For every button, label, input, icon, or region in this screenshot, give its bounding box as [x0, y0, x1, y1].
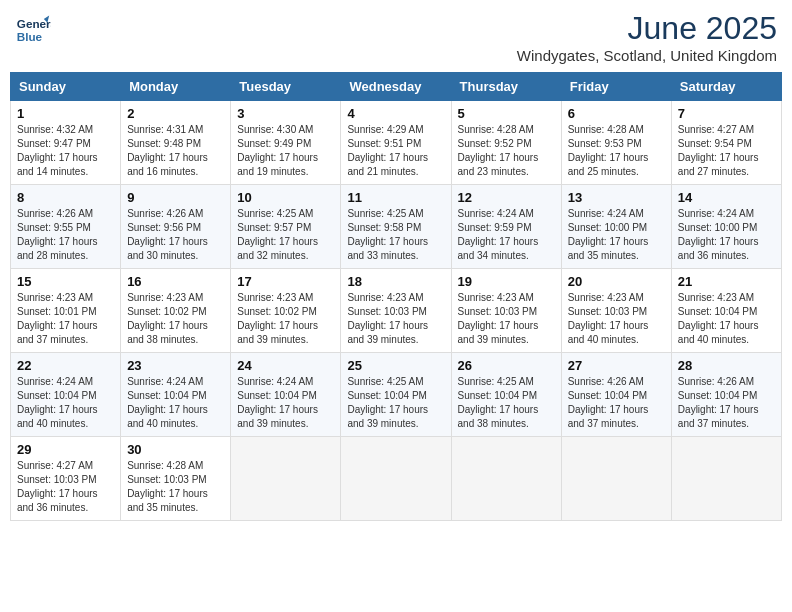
calendar-day-cell: 23 Sunrise: 4:24 AM Sunset: 10:04 PM Day…	[121, 353, 231, 437]
sunrise-label: Sunrise: 4:27 AM	[678, 124, 754, 135]
calendar-day-cell: 9 Sunrise: 4:26 AM Sunset: 9:56 PM Dayli…	[121, 185, 231, 269]
calendar-day-cell: 26 Sunrise: 4:25 AM Sunset: 10:04 PM Day…	[451, 353, 561, 437]
weekday-header: Friday	[561, 73, 671, 101]
sunrise-label: Sunrise: 4:30 AM	[237, 124, 313, 135]
calendar-table: SundayMondayTuesdayWednesdayThursdayFrid…	[10, 72, 782, 521]
sunset-label: Sunset: 9:54 PM	[678, 138, 752, 149]
sunset-label: Sunset: 9:47 PM	[17, 138, 91, 149]
sunset-label: Sunset: 10:03 PM	[568, 306, 648, 317]
day-number: 19	[458, 274, 555, 289]
daylight-label: Daylight: 17 hours and 39 minutes.	[347, 404, 428, 429]
day-number: 27	[568, 358, 665, 373]
sunrise-label: Sunrise: 4:27 AM	[17, 460, 93, 471]
day-number: 15	[17, 274, 114, 289]
calendar-day-cell: 1 Sunrise: 4:32 AM Sunset: 9:47 PM Dayli…	[11, 101, 121, 185]
calendar-day-cell: 14 Sunrise: 4:24 AM Sunset: 10:00 PM Day…	[671, 185, 781, 269]
sunset-label: Sunset: 9:56 PM	[127, 222, 201, 233]
daylight-label: Daylight: 17 hours and 39 minutes.	[237, 404, 318, 429]
daylight-label: Daylight: 17 hours and 39 minutes.	[237, 320, 318, 345]
sunrise-label: Sunrise: 4:29 AM	[347, 124, 423, 135]
calendar-day-cell: 21 Sunrise: 4:23 AM Sunset: 10:04 PM Day…	[671, 269, 781, 353]
day-info: Sunrise: 4:24 AM Sunset: 10:04 PM Daylig…	[237, 375, 334, 431]
daylight-label: Daylight: 17 hours and 23 minutes.	[458, 152, 539, 177]
sunset-label: Sunset: 10:03 PM	[127, 474, 207, 485]
logo-icon: General Blue	[15, 10, 51, 46]
sunrise-label: Sunrise: 4:26 AM	[568, 376, 644, 387]
day-number: 13	[568, 190, 665, 205]
sunset-label: Sunset: 9:57 PM	[237, 222, 311, 233]
sunset-label: Sunset: 9:58 PM	[347, 222, 421, 233]
day-info: Sunrise: 4:32 AM Sunset: 9:47 PM Dayligh…	[17, 123, 114, 179]
title-area: June 2025 Windygates, Scotland, United K…	[517, 10, 777, 64]
page-header: General Blue June 2025 Windygates, Scotl…	[10, 10, 782, 64]
day-number: 3	[237, 106, 334, 121]
calendar-day-cell: 20 Sunrise: 4:23 AM Sunset: 10:03 PM Day…	[561, 269, 671, 353]
day-number: 9	[127, 190, 224, 205]
daylight-label: Daylight: 17 hours and 37 minutes.	[568, 404, 649, 429]
calendar-day-cell: 3 Sunrise: 4:30 AM Sunset: 9:49 PM Dayli…	[231, 101, 341, 185]
calendar-day-cell	[231, 437, 341, 521]
sunset-label: Sunset: 10:04 PM	[568, 390, 648, 401]
sunset-label: Sunset: 10:04 PM	[127, 390, 207, 401]
day-number: 26	[458, 358, 555, 373]
weekday-header: Wednesday	[341, 73, 451, 101]
calendar-day-cell: 15 Sunrise: 4:23 AM Sunset: 10:01 PM Day…	[11, 269, 121, 353]
sunset-label: Sunset: 10:00 PM	[678, 222, 758, 233]
daylight-label: Daylight: 17 hours and 40 minutes.	[127, 404, 208, 429]
sunset-label: Sunset: 10:04 PM	[237, 390, 317, 401]
sunrise-label: Sunrise: 4:28 AM	[458, 124, 534, 135]
calendar-day-cell: 19 Sunrise: 4:23 AM Sunset: 10:03 PM Day…	[451, 269, 561, 353]
sunrise-label: Sunrise: 4:24 AM	[127, 376, 203, 387]
weekday-header: Thursday	[451, 73, 561, 101]
sunrise-label: Sunrise: 4:23 AM	[347, 292, 423, 303]
day-info: Sunrise: 4:23 AM Sunset: 10:02 PM Daylig…	[127, 291, 224, 347]
day-info: Sunrise: 4:30 AM Sunset: 9:49 PM Dayligh…	[237, 123, 334, 179]
daylight-label: Daylight: 17 hours and 38 minutes.	[458, 404, 539, 429]
calendar-day-cell: 8 Sunrise: 4:26 AM Sunset: 9:55 PM Dayli…	[11, 185, 121, 269]
day-info: Sunrise: 4:27 AM Sunset: 10:03 PM Daylig…	[17, 459, 114, 515]
day-info: Sunrise: 4:26 AM Sunset: 9:56 PM Dayligh…	[127, 207, 224, 263]
calendar-day-cell: 17 Sunrise: 4:23 AM Sunset: 10:02 PM Day…	[231, 269, 341, 353]
daylight-label: Daylight: 17 hours and 36 minutes.	[678, 236, 759, 261]
day-info: Sunrise: 4:25 AM Sunset: 10:04 PM Daylig…	[458, 375, 555, 431]
day-number: 21	[678, 274, 775, 289]
calendar-day-cell	[561, 437, 671, 521]
sunrise-label: Sunrise: 4:25 AM	[347, 208, 423, 219]
day-info: Sunrise: 4:27 AM Sunset: 9:54 PM Dayligh…	[678, 123, 775, 179]
sunset-label: Sunset: 10:03 PM	[347, 306, 427, 317]
sunrise-label: Sunrise: 4:26 AM	[678, 376, 754, 387]
day-number: 22	[17, 358, 114, 373]
sunset-label: Sunset: 10:03 PM	[458, 306, 538, 317]
sunrise-label: Sunrise: 4:23 AM	[568, 292, 644, 303]
day-info: Sunrise: 4:24 AM Sunset: 10:00 PM Daylig…	[568, 207, 665, 263]
calendar-day-cell: 6 Sunrise: 4:28 AM Sunset: 9:53 PM Dayli…	[561, 101, 671, 185]
day-number: 17	[237, 274, 334, 289]
calendar-day-cell: 18 Sunrise: 4:23 AM Sunset: 10:03 PM Day…	[341, 269, 451, 353]
sunrise-label: Sunrise: 4:25 AM	[237, 208, 313, 219]
calendar-header-row: SundayMondayTuesdayWednesdayThursdayFrid…	[11, 73, 782, 101]
day-info: Sunrise: 4:24 AM Sunset: 10:04 PM Daylig…	[17, 375, 114, 431]
calendar-day-cell: 25 Sunrise: 4:25 AM Sunset: 10:04 PM Day…	[341, 353, 451, 437]
calendar-week-row: 29 Sunrise: 4:27 AM Sunset: 10:03 PM Day…	[11, 437, 782, 521]
calendar-day-cell: 11 Sunrise: 4:25 AM Sunset: 9:58 PM Dayl…	[341, 185, 451, 269]
day-info: Sunrise: 4:31 AM Sunset: 9:48 PM Dayligh…	[127, 123, 224, 179]
daylight-label: Daylight: 17 hours and 39 minutes.	[347, 320, 428, 345]
day-number: 25	[347, 358, 444, 373]
calendar-day-cell: 12 Sunrise: 4:24 AM Sunset: 9:59 PM Dayl…	[451, 185, 561, 269]
day-info: Sunrise: 4:28 AM Sunset: 9:53 PM Dayligh…	[568, 123, 665, 179]
sunrise-label: Sunrise: 4:31 AM	[127, 124, 203, 135]
sunset-label: Sunset: 10:04 PM	[678, 390, 758, 401]
calendar-day-cell: 27 Sunrise: 4:26 AM Sunset: 10:04 PM Day…	[561, 353, 671, 437]
day-info: Sunrise: 4:23 AM Sunset: 10:03 PM Daylig…	[568, 291, 665, 347]
daylight-label: Daylight: 17 hours and 34 minutes.	[458, 236, 539, 261]
sunrise-label: Sunrise: 4:25 AM	[458, 376, 534, 387]
daylight-label: Daylight: 17 hours and 19 minutes.	[237, 152, 318, 177]
location-subtitle: Windygates, Scotland, United Kingdom	[517, 47, 777, 64]
calendar-day-cell: 13 Sunrise: 4:24 AM Sunset: 10:00 PM Day…	[561, 185, 671, 269]
weekday-header: Saturday	[671, 73, 781, 101]
day-info: Sunrise: 4:23 AM Sunset: 10:01 PM Daylig…	[17, 291, 114, 347]
calendar-day-cell	[451, 437, 561, 521]
day-number: 20	[568, 274, 665, 289]
calendar-day-cell: 29 Sunrise: 4:27 AM Sunset: 10:03 PM Day…	[11, 437, 121, 521]
day-number: 30	[127, 442, 224, 457]
